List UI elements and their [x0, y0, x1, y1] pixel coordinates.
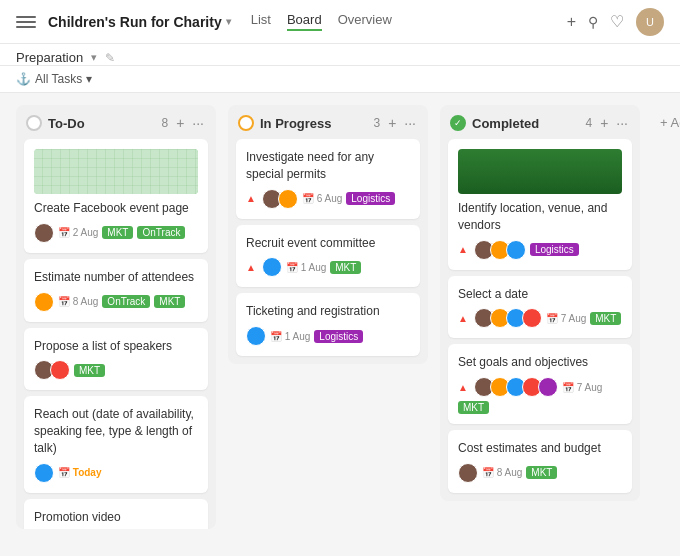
- add-card-button[interactable]: +: [598, 115, 610, 131]
- top-nav: List Board Overview: [251, 12, 392, 31]
- add-card-button[interactable]: +: [174, 115, 186, 131]
- column-menu-button[interactable]: ···: [402, 115, 418, 131]
- filter-button[interactable]: ⚓ All Tasks ▾: [16, 72, 92, 86]
- task-card[interactable]: Propose a list of speakersMKT: [24, 328, 208, 391]
- date-label: 📅 8 Aug: [482, 467, 522, 478]
- card-meta: ▲📅 7 AugMKT: [458, 308, 622, 328]
- edit-phase-icon[interactable]: ✎: [105, 51, 115, 65]
- column-inprogress: In Progress 3 + ··· Investigate need for…: [228, 105, 428, 364]
- column-body: Identify location, venue, and vendors▲Lo…: [440, 139, 640, 501]
- task-card[interactable]: Select a date▲📅 7 AugMKT: [448, 276, 632, 339]
- task-card[interactable]: Cost estimates and budget📅 8 AugMKT: [448, 430, 632, 493]
- priority-up-icon: ▲: [458, 313, 468, 324]
- card-meta: 📅 2 AugMKTOnTrack: [34, 223, 198, 243]
- card-meta: ▲📅 7 AugMKT: [458, 377, 622, 414]
- task-card[interactable]: Estimate number of attendees📅 8 AugOnTra…: [24, 259, 208, 322]
- column-count: 4: [585, 116, 592, 130]
- date-label: 📅 7 Aug: [562, 382, 602, 393]
- avatar: [522, 308, 542, 328]
- task-card[interactable]: Investigate need for any special permits…: [236, 139, 420, 219]
- avatar-group: [262, 257, 282, 277]
- avatar: [262, 257, 282, 277]
- avatar-group: [474, 377, 558, 397]
- card-meta: ▲📅 1 AugMKT: [246, 257, 410, 277]
- task-card[interactable]: Ticketing and registration📅 1 AugLogisti…: [236, 293, 420, 356]
- tag-logistics: Logistics: [346, 192, 395, 205]
- col-icon-inprogress: [238, 115, 254, 131]
- board: To-Do 8 + ··· Create Facebook event page…: [0, 93, 680, 541]
- filter-chevron-icon: ▾: [86, 72, 92, 86]
- project-chevron-icon[interactable]: ▾: [226, 16, 231, 27]
- avatar-group: [474, 240, 526, 260]
- user-avatar[interactable]: U: [636, 8, 664, 36]
- column-menu-button[interactable]: ···: [614, 115, 630, 131]
- subheader: Preparation ▾ ✎: [0, 44, 680, 66]
- card-meta: ▲Logistics: [458, 240, 622, 260]
- project-title-text: Children's Run for Charity: [48, 14, 222, 30]
- menu-button[interactable]: [16, 16, 36, 28]
- card-meta: ▲📅 6 AugLogistics: [246, 189, 410, 209]
- col-icon-completed: ✓: [450, 115, 466, 131]
- tag-mkt: MKT: [526, 466, 557, 479]
- nav-overview[interactable]: Overview: [338, 12, 392, 31]
- card-title: Cost estimates and budget: [458, 440, 622, 457]
- column-header: In Progress 3 + ···: [228, 105, 428, 139]
- date-label: 📅 2 Aug: [58, 227, 98, 238]
- avatar: [458, 463, 478, 483]
- avatar: [50, 360, 70, 380]
- tag-logistics: Logistics: [314, 330, 363, 343]
- avatar-group: [262, 189, 298, 209]
- column-header: To-Do 8 + ···: [16, 105, 216, 139]
- add-button[interactable]: +: [567, 13, 576, 31]
- priority-up-icon: ▲: [458, 244, 468, 255]
- card-title: Select a date: [458, 286, 622, 303]
- column-title: In Progress: [260, 116, 367, 131]
- add-card-button[interactable]: +: [386, 115, 398, 131]
- avatar: [34, 292, 54, 312]
- filter-label: All Tasks: [35, 72, 82, 86]
- phase-label: Preparation: [16, 50, 83, 65]
- tag-mkt: MKT: [330, 261, 361, 274]
- card-title: Investigate need for any special permits: [246, 149, 410, 183]
- topbar-right: + ⚲ ♡ U: [567, 8, 664, 36]
- column-actions: + ···: [174, 115, 206, 131]
- card-meta: 📅 8 AugMKT: [458, 463, 622, 483]
- card-title: Ticketing and registration: [246, 303, 410, 320]
- task-card[interactable]: Create Facebook event page📅 2 AugMKTOnTr…: [24, 139, 208, 253]
- nav-board[interactable]: Board: [287, 12, 322, 31]
- avatar-group: [34, 360, 70, 380]
- column-header: ✓ Completed 4 + ···: [440, 105, 640, 139]
- tag-ontrack: OnTrack: [102, 295, 150, 308]
- column-menu-button[interactable]: ···: [190, 115, 206, 131]
- avatar: [34, 463, 54, 483]
- avatar: [246, 326, 266, 346]
- notifications-button[interactable]: ♡: [610, 12, 624, 31]
- avatar: [34, 223, 54, 243]
- tag-ontrack: OnTrack: [137, 226, 185, 239]
- priority-up-icon: ▲: [246, 262, 256, 273]
- column-actions: + ···: [598, 115, 630, 131]
- task-card[interactable]: Set goals and objectives▲📅 7 AugMKT: [448, 344, 632, 424]
- card-title: Promotion video: [34, 509, 198, 526]
- card-title: Set goals and objectives: [458, 354, 622, 371]
- task-card[interactable]: Promotion videoOffTrack: [24, 499, 208, 529]
- task-card[interactable]: Recruit event committee▲📅 1 AugMKT: [236, 225, 420, 288]
- phase-chevron-icon[interactable]: ▾: [91, 51, 97, 64]
- avatar-group: [246, 326, 266, 346]
- column-count: 8: [161, 116, 168, 130]
- column-title: To-Do: [48, 116, 155, 131]
- avatar-group: [34, 223, 54, 243]
- nav-list[interactable]: List: [251, 12, 271, 31]
- tag-mkt: MKT: [458, 401, 489, 414]
- add-status-button[interactable]: + Add sta...: [652, 105, 680, 140]
- card-title: Reach out (date of availability, speakin…: [34, 406, 198, 456]
- col-icon-todo: [26, 115, 42, 131]
- date-label: 📅 6 Aug: [302, 193, 342, 204]
- search-button[interactable]: ⚲: [588, 14, 598, 30]
- column-todo: To-Do 8 + ··· Create Facebook event page…: [16, 105, 216, 529]
- card-title: Estimate number of attendees: [34, 269, 198, 286]
- task-card[interactable]: Reach out (date of availability, speakin…: [24, 396, 208, 492]
- project-title: Children's Run for Charity ▾: [48, 14, 231, 30]
- task-card[interactable]: Identify location, venue, and vendors▲Lo…: [448, 139, 632, 270]
- card-meta: 📅 8 AugOnTrackMKT: [34, 292, 198, 312]
